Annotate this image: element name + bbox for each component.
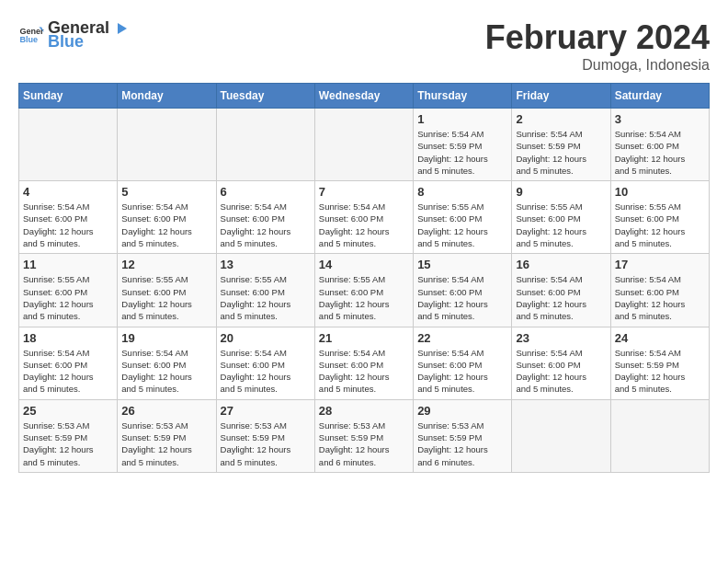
- day-info: Sunrise: 5:55 AM Sunset: 6:00 PM Dayligh…: [121, 273, 211, 322]
- day-info: Sunrise: 5:55 AM Sunset: 6:00 PM Dayligh…: [615, 201, 705, 249]
- day-cell: 12Sunrise: 5:55 AM Sunset: 6:00 PM Dayli…: [118, 254, 216, 327]
- week-row-2: 4Sunrise: 5:54 AM Sunset: 6:00 PM Daylig…: [19, 181, 710, 254]
- week-row-4: 18Sunrise: 5:54 AM Sunset: 6:00 PM Dayli…: [19, 327, 710, 399]
- day-info: Sunrise: 5:54 AM Sunset: 6:00 PM Dayligh…: [417, 273, 507, 322]
- svg-text:Blue: Blue: [19, 35, 38, 44]
- day-info: Sunrise: 5:53 AM Sunset: 5:59 PM Dayligh…: [221, 419, 311, 468]
- day-number: 22: [417, 331, 507, 345]
- day-info: Sunrise: 5:54 AM Sunset: 6:00 PM Dayligh…: [615, 128, 705, 177]
- day-number: 27: [221, 404, 311, 418]
- day-header-wednesday: Wednesday: [314, 84, 413, 109]
- day-cell: 14Sunrise: 5:55 AM Sunset: 6:00 PM Dayli…: [314, 254, 413, 327]
- day-number: 5: [121, 185, 211, 199]
- day-header-thursday: Thursday: [414, 84, 512, 109]
- day-header-saturday: Saturday: [610, 84, 709, 109]
- day-info: Sunrise: 5:54 AM Sunset: 6:00 PM Dayligh…: [23, 201, 113, 249]
- day-cell: 7Sunrise: 5:54 AM Sunset: 6:00 PM Daylig…: [314, 181, 413, 254]
- title-area: February 2024 Dumoga, Indonesia: [485, 18, 710, 74]
- day-info: Sunrise: 5:55 AM Sunset: 6:00 PM Dayligh…: [319, 273, 409, 322]
- day-cell: 4Sunrise: 5:54 AM Sunset: 6:00 PM Daylig…: [19, 181, 118, 254]
- day-number: 17: [615, 258, 705, 271]
- day-info: Sunrise: 5:53 AM Sunset: 5:59 PM Dayligh…: [417, 419, 507, 468]
- day-info: Sunrise: 5:54 AM Sunset: 6:00 PM Dayligh…: [121, 347, 211, 396]
- day-cell: [19, 109, 118, 181]
- day-info: Sunrise: 5:54 AM Sunset: 6:00 PM Dayligh…: [615, 273, 705, 322]
- day-cell: 17Sunrise: 5:54 AM Sunset: 6:00 PM Dayli…: [610, 254, 709, 327]
- day-info: Sunrise: 5:55 AM Sunset: 6:00 PM Dayligh…: [417, 201, 507, 249]
- header: General Blue General Blue February 2024 …: [18, 18, 710, 74]
- day-cell: 10Sunrise: 5:55 AM Sunset: 6:00 PM Dayli…: [610, 181, 709, 254]
- week-row-1: 1Sunrise: 5:54 AM Sunset: 5:59 PM Daylig…: [19, 109, 710, 181]
- day-info: Sunrise: 5:54 AM Sunset: 6:00 PM Dayligh…: [23, 347, 113, 396]
- day-number: 10: [615, 185, 705, 199]
- day-number: 23: [516, 331, 606, 345]
- day-number: 4: [23, 185, 113, 199]
- svg-marker-3: [118, 23, 127, 34]
- day-info: Sunrise: 5:54 AM Sunset: 6:00 PM Dayligh…: [221, 347, 311, 396]
- day-info: Sunrise: 5:54 AM Sunset: 6:00 PM Dayligh…: [319, 347, 409, 396]
- week-row-5: 25Sunrise: 5:53 AM Sunset: 5:59 PM Dayli…: [19, 399, 710, 472]
- day-number: 8: [417, 185, 507, 199]
- day-cell: 5Sunrise: 5:54 AM Sunset: 6:00 PM Daylig…: [118, 181, 216, 254]
- calendar-table: SundayMondayTuesdayWednesdayThursdayFrid…: [18, 83, 710, 473]
- day-number: 16: [516, 258, 606, 271]
- day-number: 20: [221, 331, 311, 345]
- day-info: Sunrise: 5:55 AM Sunset: 6:00 PM Dayligh…: [23, 273, 113, 322]
- day-number: 13: [221, 258, 311, 271]
- day-cell: 9Sunrise: 5:55 AM Sunset: 6:00 PM Daylig…: [512, 181, 610, 254]
- day-number: 21: [319, 331, 409, 345]
- day-cell: 2Sunrise: 5:54 AM Sunset: 5:59 PM Daylig…: [512, 109, 610, 181]
- day-header-monday: Monday: [118, 84, 216, 109]
- day-cell: 26Sunrise: 5:53 AM Sunset: 5:59 PM Dayli…: [118, 399, 216, 472]
- day-number: 3: [615, 112, 705, 126]
- day-cell: 22Sunrise: 5:54 AM Sunset: 6:00 PM Dayli…: [414, 327, 512, 399]
- day-cell: 13Sunrise: 5:55 AM Sunset: 6:00 PM Dayli…: [216, 254, 314, 327]
- day-number: 18: [23, 331, 113, 345]
- day-cell: 15Sunrise: 5:54 AM Sunset: 6:00 PM Dayli…: [414, 254, 512, 327]
- day-cell: [118, 109, 216, 181]
- day-info: Sunrise: 5:54 AM Sunset: 5:59 PM Dayligh…: [516, 128, 606, 177]
- day-cell: 25Sunrise: 5:53 AM Sunset: 5:59 PM Dayli…: [19, 399, 118, 472]
- day-info: Sunrise: 5:54 AM Sunset: 5:59 PM Dayligh…: [417, 128, 507, 177]
- day-cell: 28Sunrise: 5:53 AM Sunset: 5:59 PM Dayli…: [314, 399, 413, 472]
- day-number: 1: [417, 112, 507, 126]
- day-number: 2: [516, 112, 606, 126]
- day-info: Sunrise: 5:54 AM Sunset: 6:00 PM Dayligh…: [516, 347, 606, 396]
- day-cell: 21Sunrise: 5:54 AM Sunset: 6:00 PM Dayli…: [314, 327, 413, 399]
- week-row-3: 11Sunrise: 5:55 AM Sunset: 6:00 PM Dayli…: [19, 254, 710, 327]
- day-cell: 19Sunrise: 5:54 AM Sunset: 6:00 PM Dayli…: [118, 327, 216, 399]
- day-info: Sunrise: 5:53 AM Sunset: 5:59 PM Dayligh…: [121, 419, 211, 468]
- day-number: 26: [121, 404, 211, 418]
- day-cell: 27Sunrise: 5:53 AM Sunset: 5:59 PM Dayli…: [216, 399, 314, 472]
- day-cell: 6Sunrise: 5:54 AM Sunset: 6:00 PM Daylig…: [216, 181, 314, 254]
- day-number: 15: [417, 258, 507, 271]
- calendar-title: February 2024: [485, 18, 710, 57]
- day-header-friday: Friday: [512, 84, 610, 109]
- day-cell: 11Sunrise: 5:55 AM Sunset: 6:00 PM Dayli…: [19, 254, 118, 327]
- day-number: 29: [417, 404, 507, 418]
- logo: General Blue General Blue: [18, 18, 130, 52]
- day-number: 6: [221, 185, 311, 199]
- day-cell: 20Sunrise: 5:54 AM Sunset: 6:00 PM Dayli…: [216, 327, 314, 399]
- day-cell: 8Sunrise: 5:55 AM Sunset: 6:00 PM Daylig…: [414, 181, 512, 254]
- day-info: Sunrise: 5:53 AM Sunset: 5:59 PM Dayligh…: [319, 419, 409, 468]
- day-number: 28: [319, 404, 409, 418]
- day-info: Sunrise: 5:55 AM Sunset: 6:00 PM Dayligh…: [221, 273, 311, 322]
- logo-arrow-icon: [110, 19, 129, 38]
- day-cell: [314, 109, 413, 181]
- calendar-subtitle: Dumoga, Indonesia: [485, 57, 710, 74]
- day-number: 14: [319, 258, 409, 271]
- day-info: Sunrise: 5:54 AM Sunset: 5:59 PM Dayligh…: [615, 347, 705, 396]
- logo-icon: General Blue: [18, 22, 44, 48]
- day-header-tuesday: Tuesday: [216, 84, 314, 109]
- day-number: 25: [23, 404, 113, 418]
- day-header-sunday: Sunday: [19, 84, 118, 109]
- day-number: 12: [121, 258, 211, 271]
- day-cell: 18Sunrise: 5:54 AM Sunset: 6:00 PM Dayli…: [19, 327, 118, 399]
- day-info: Sunrise: 5:54 AM Sunset: 6:00 PM Dayligh…: [121, 201, 211, 249]
- day-info: Sunrise: 5:54 AM Sunset: 6:00 PM Dayligh…: [319, 201, 409, 249]
- day-number: 24: [615, 331, 705, 345]
- day-cell: [610, 399, 709, 472]
- header-row: SundayMondayTuesdayWednesdayThursdayFrid…: [19, 84, 710, 109]
- day-info: Sunrise: 5:54 AM Sunset: 6:00 PM Dayligh…: [221, 201, 311, 249]
